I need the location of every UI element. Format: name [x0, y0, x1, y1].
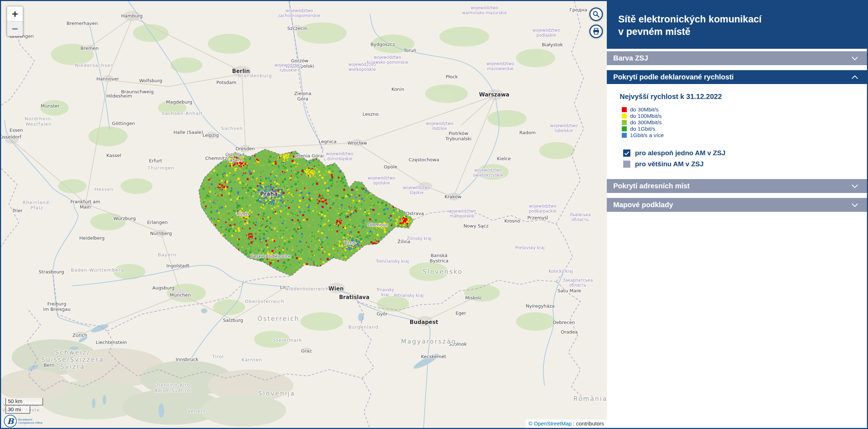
scale-control: 50 km 30 mi: [5, 398, 43, 414]
control-panel: Sítě elektronických komunikací v pevném …: [607, 1, 867, 428]
panel-title: Sítě elektronických komunikací v pevném …: [607, 1, 867, 49]
search-icon: [593, 11, 600, 18]
chevron-down-icon: [851, 184, 858, 188]
zoom-control: + −: [7, 6, 23, 36]
scale-km: 50 km: [5, 398, 43, 406]
legend-swatch-yellow: [622, 114, 627, 119]
attribution-suffix: : contributors: [572, 420, 604, 427]
map-attribution: © OpenStreetMap : contributors: [526, 419, 607, 428]
accordion-barva-zsj-label: Barva ZSJ: [613, 54, 648, 62]
checkbox-at-least-one-am[interactable]: [623, 150, 630, 157]
osm-attribution-link[interactable]: © OpenStreetMap: [528, 420, 572, 427]
accordion-barva-zsj[interactable]: Barva ZSJ: [607, 51, 867, 65]
option-label: pro většinu AM v ZSJ: [635, 160, 704, 168]
basemap-svg: [1, 1, 607, 428]
legend-label: do 30Mbit/s: [630, 106, 658, 113]
panel-title-line1: Sítě elektronických komunikací: [618, 13, 856, 26]
speed-options: pro alespoň jedno AM v ZSJ pro většinu A…: [623, 149, 860, 168]
printer-icon: [593, 28, 600, 35]
check-icon: [624, 151, 629, 155]
scale-mi: 30 mi: [5, 406, 30, 414]
app-window: HamburgBremerhavenBremenGroningenHannove…: [0, 0, 868, 429]
option-row: pro většinu AM v ZSJ: [623, 160, 860, 168]
panel-title-line2: v pevném místě: [618, 26, 856, 38]
legend-swatch-red: [622, 107, 627, 112]
speed-heading: Nejvyšší rychlost k 31.12.2022: [620, 93, 860, 101]
chevron-down-icon: [851, 56, 858, 61]
zoom-out-button[interactable]: −: [7, 21, 23, 36]
map[interactable]: HamburgBremerhavenBremenGroningenHannove…: [1, 1, 607, 428]
legend-swatch-blue: [622, 133, 627, 138]
legend-item: do 100Mbit/s: [622, 113, 860, 119]
legend-item: 1Gbit/s a více: [622, 132, 860, 138]
checkbox-most-am[interactable]: [623, 161, 630, 168]
print-button[interactable]: [589, 25, 603, 38]
bco-logo-caption: Broadband Competence Office: [18, 418, 42, 424]
legend-swatch-green: [622, 126, 627, 131]
bco-logo: B Broadband Competence Office: [4, 415, 42, 428]
chevron-up-icon: [851, 75, 858, 79]
accordion-mapove-podklady[interactable]: Mapové podklady: [607, 198, 867, 212]
speed-legend: do 30Mbit/s do 100Mbit/s do 300Mbit/s do…: [622, 106, 860, 138]
legend-label: do 1Gbit/s: [630, 126, 655, 132]
accordion-mapove-podklady-label: Mapové podklady: [613, 201, 673, 209]
zoom-in-button[interactable]: +: [7, 6, 23, 21]
search-button[interactable]: [589, 7, 603, 21]
legend-item: do 300Mbit/s: [622, 119, 860, 126]
bco-logo-letter: B: [7, 417, 14, 426]
accordion-pokryti-adresnich-mist[interactable]: Pokrytí adresních míst: [607, 179, 867, 193]
legend-item: do 1Gbit/s: [622, 126, 860, 132]
legend-label: do 100Mbit/s: [630, 113, 662, 119]
chevron-down-icon: [851, 203, 858, 207]
legend-item: do 30Mbit/s: [622, 106, 860, 113]
legend-swatch-lightgreen: [622, 120, 627, 125]
option-label: pro alespoň jedno AM v ZSJ: [635, 149, 725, 157]
legend-label: do 300Mbit/s: [630, 119, 662, 126]
bco-logo-circle: B: [4, 415, 17, 428]
accordion-pokryti-rychlost[interactable]: Pokrytí podle deklarované rychlosti: [607, 70, 867, 84]
accordion-pokryti-rychlost-label: Pokrytí podle deklarované rychlosti: [613, 73, 734, 81]
speed-section-content: Nejvyšší rychlost k 31.12.2022 do 30Mbit…: [607, 84, 867, 179]
option-row: pro alespoň jedno AM v ZSJ: [623, 149, 860, 157]
accordion-pokryti-adresnich-mist-label: Pokrytí adresních míst: [613, 182, 690, 190]
legend-label: 1Gbit/s a více: [630, 132, 664, 138]
